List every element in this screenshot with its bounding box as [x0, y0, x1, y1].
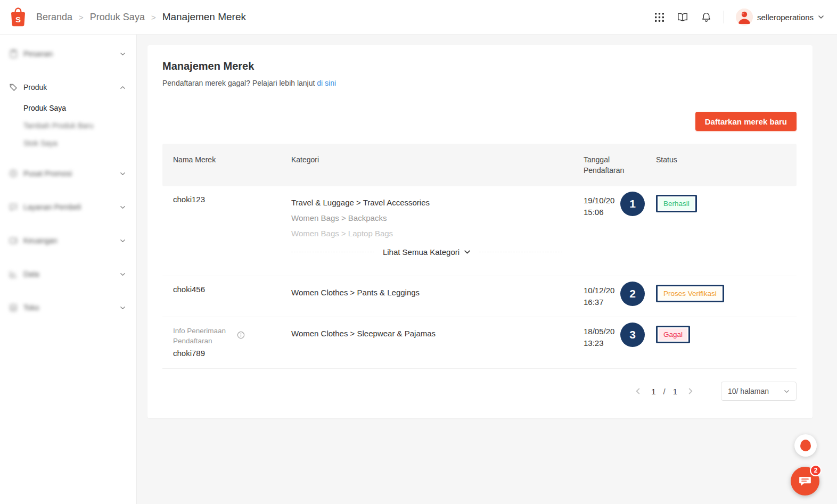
category-cell: Women Clothes > Sleepwear & Pajamas	[281, 317, 573, 368]
column-header-nama-merek: Nama Merek	[162, 144, 281, 186]
chevron-up-icon	[120, 85, 126, 90]
learn-more-link[interactable]: di sini	[317, 79, 336, 87]
page-size-select[interactable]: 10/ halaman	[721, 382, 797, 401]
user-name: selleroperations	[757, 13, 814, 22]
sidebar: Pesanan Produk Produk Saya Tambah Produk…	[0, 35, 137, 504]
info-penerimaan-label: Info Penerimaan Pendaftaran	[173, 326, 233, 346]
sidebar-item-label: Pesanan	[23, 49, 120, 58]
sidebar-item-label: Keuangan	[23, 236, 120, 245]
table-header-row: Nama Merek Kategori Tanggal Pendaftaran …	[162, 144, 797, 186]
sidebar-item-data[interactable]: Data	[0, 262, 136, 286]
expand-categories-link[interactable]: Lihat Semua Kategori	[374, 247, 479, 257]
top-header: S Beranda > Produk Saya > Manajemen Mere…	[0, 0, 837, 35]
sidebar-item-label: Produk	[23, 83, 120, 92]
brand-management-card: Manajemen Merek Pendaftaran merek gagal?…	[147, 45, 813, 418]
brand-name: choki123	[162, 186, 281, 276]
brand-name: choki789	[173, 349, 281, 358]
category-line: Women Clothes > Sleepwear & Pajamas	[291, 326, 573, 341]
table-row: choki456 Women Clothes > Pants & Legging…	[162, 276, 797, 317]
category-line: Travel & Luggage > Travel Accessories	[291, 195, 573, 210]
page-subtitle: Pendaftaran merek gagal? Pelajari lebih …	[162, 79, 797, 87]
shopee-logo[interactable]: S	[7, 5, 29, 29]
dashed-divider	[479, 252, 562, 252]
notification-bell-icon[interactable]	[700, 11, 712, 23]
pagination-current-page: 1	[651, 387, 655, 396]
annotation-circle-1: 1	[620, 192, 645, 216]
chevron-down-icon	[120, 271, 126, 277]
category-line: Women Bags > Backpacks	[291, 210, 573, 226]
sidebar-item-label: Data	[23, 270, 120, 278]
user-menu[interactable]: selleroperations	[736, 9, 824, 26]
column-header-tanggal-pendaftaran: Tanggal Pendaftaran	[573, 144, 645, 186]
sidebar-item-pusat-promosi[interactable]: Pusat Promosi	[0, 162, 136, 185]
sidebar-item-stok-saya[interactable]: Stok Saya	[0, 134, 136, 152]
category-cell: Women Clothes > Pants & Leggings	[281, 276, 573, 317]
chat-icon	[798, 474, 812, 488]
breadcrumb-separator: >	[151, 13, 156, 22]
annotation-circle-2: 2	[620, 282, 645, 306]
page-title: Manajemen Merek	[162, 60, 797, 72]
chat-button[interactable]: 2	[791, 467, 819, 495]
guide-book-icon[interactable]	[677, 11, 688, 23]
category-cell: Travel & Luggage > Travel Accessories Wo…	[281, 186, 573, 276]
main-content: Manajemen Merek Pendaftaran merek gagal?…	[137, 35, 837, 504]
sidebar-item-label: Toko	[23, 303, 120, 312]
pagination-next-icon[interactable]	[685, 385, 696, 397]
register-new-brand-button[interactable]: Daftarkan merek baru	[695, 112, 797, 131]
pagination-prev-icon[interactable]	[632, 385, 644, 397]
sidebar-item-tambah-produk-baru[interactable]: Tambah Produk Baru	[0, 117, 136, 134]
apps-grid-icon[interactable]	[653, 11, 665, 23]
sidebar-item-label: Layanan Pembeli	[23, 203, 120, 211]
breadcrumb-produk-saya[interactable]: Produk Saya	[90, 12, 145, 23]
status-cell: 2 Proses Verifikasi	[645, 276, 797, 317]
pagination-total-pages: 1	[673, 387, 677, 396]
column-header-status: Status	[645, 144, 797, 186]
brand-name-cell: Info Penerimaan Pendaftaran choki789	[162, 317, 281, 368]
column-header-kategori: Kategori	[281, 144, 573, 186]
status-badge: Proses Verifikasi	[656, 285, 724, 302]
seller-centre-app: S Beranda > Produk Saya > Manajemen Mere…	[0, 0, 837, 504]
status-badge: Gagal	[656, 326, 690, 343]
shop-icon	[9, 303, 18, 312]
chat-unread-badge: 2	[810, 465, 822, 476]
status-cell: 1 Berhasil	[645, 186, 797, 276]
sidebar-item-layanan-pembeli[interactable]: Layanan Pembeli	[0, 195, 136, 219]
category-line: Women Clothes > Pants & Leggings	[291, 285, 573, 300]
sidebar-item-toko[interactable]: Toko	[0, 296, 136, 319]
svg-text:S: S	[15, 15, 21, 24]
header-divider	[724, 11, 724, 23]
sidebar-item-keuangan[interactable]: Keuangan	[0, 229, 136, 252]
pagination-separator: /	[663, 387, 665, 396]
brand-name: choki456	[162, 276, 281, 317]
sidebar-item-pesanan[interactable]: Pesanan	[0, 42, 136, 65]
chevron-down-icon	[120, 204, 126, 210]
status-badge: Berhasil	[656, 195, 697, 212]
annotation-circle-3: 3	[620, 323, 645, 347]
table-row: choki123 Travel & Luggage > Travel Acces…	[162, 186, 797, 276]
status-cell: 3 Gagal	[645, 317, 797, 368]
chevron-down-icon	[120, 171, 126, 177]
orders-icon	[9, 49, 18, 59]
customer-service-icon	[9, 202, 18, 212]
breadcrumb-current: Manajemen Merek	[162, 11, 246, 23]
breadcrumb-beranda[interactable]: Beranda	[36, 12, 72, 23]
category-line: Women Bags > Laptop Bags	[291, 226, 573, 241]
chevron-down-icon	[120, 238, 126, 244]
data-chart-icon	[9, 269, 18, 279]
dashed-divider	[291, 252, 374, 252]
table-row: Info Penerimaan Pendaftaran choki789 Wom…	[162, 317, 797, 368]
avatar	[736, 9, 753, 26]
chevron-down-icon	[818, 14, 824, 20]
balloon-icon	[800, 440, 811, 451]
breadcrumb: Beranda > Produk Saya > Manajemen Merek	[36, 11, 246, 23]
brand-table: Nama Merek Kategori Tanggal Pendaftaran …	[162, 144, 797, 369]
pagination: 1 / 1 10/ halaman	[162, 382, 797, 401]
sidebar-item-produk[interactable]: Produk	[0, 76, 136, 99]
finance-wallet-icon	[9, 236, 18, 245]
chevron-down-icon	[120, 305, 126, 311]
product-tag-icon	[9, 82, 18, 92]
announcement-balloon-button[interactable]	[794, 434, 817, 457]
chevron-down-icon	[120, 51, 126, 57]
info-icon[interactable]	[237, 331, 245, 339]
sidebar-item-produk-saya[interactable]: Produk Saya	[0, 99, 136, 117]
